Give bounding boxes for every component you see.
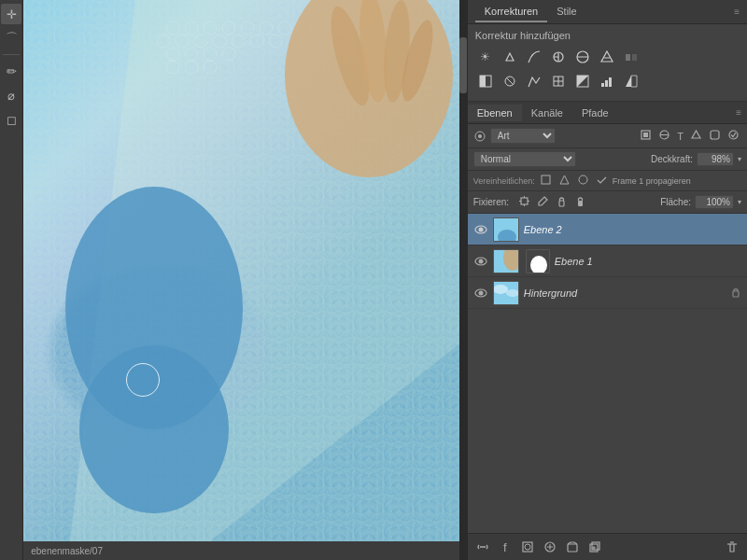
filter-icon-vector[interactable]	[688, 128, 704, 144]
flaeche-dropdown-arrow[interactable]: ▾	[738, 198, 741, 206]
svg-point-73	[478, 259, 483, 263]
korrekturen-tab[interactable]: Korrekturen	[475, 2, 547, 22]
canvas-scrollbar-thumb[interactable]	[459, 37, 467, 93]
brush-tool[interactable]: ⌀	[1, 85, 21, 105]
layer-item[interactable]: Ebene 2	[468, 214, 747, 245]
stile-tab[interactable]: Stile	[547, 2, 585, 22]
filter-select[interactable]: Art Name Effekt	[490, 128, 556, 144]
fixieren-row: Fixieren: Fläche: ▾	[468, 191, 747, 214]
svg-marker-33	[601, 51, 613, 62]
layer-visibility-icon[interactable]	[473, 286, 488, 301]
left-toolbar: ✛ ⌒ ✏ ⌀ ◻	[0, 0, 23, 560]
invert-icon-btn[interactable]	[572, 71, 593, 91]
canvas-image[interactable]	[23, 0, 467, 541]
svg-point-82	[506, 289, 519, 297]
frame-label: Frame 1 propagieren	[613, 176, 691, 186]
link-layers-btn[interactable]	[473, 538, 492, 556]
fixieren-all-icon[interactable]	[554, 194, 570, 210]
vereinheitlichen-icon-3[interactable]	[575, 173, 591, 189]
fixieren-brush-icon[interactable]	[535, 194, 551, 210]
layer-thumbnail	[493, 281, 519, 305]
filter-icon-smart[interactable]	[707, 128, 723, 144]
fixieren-position-icon[interactable]	[516, 194, 532, 210]
flaeche-input[interactable]	[695, 195, 734, 209]
layer-name: Hintergrund	[524, 287, 726, 299]
pfade-tab[interactable]: Pfade	[572, 105, 618, 121]
layer-visibility-icon[interactable]	[473, 254, 488, 269]
layer-mask-thumbnail	[526, 249, 550, 273]
eyedropper-tool[interactable]: ✏	[1, 61, 21, 81]
filter-row: Art Name Effekt T	[468, 124, 747, 148]
levels-icon-btn[interactable]	[500, 47, 520, 67]
svg-rect-89	[592, 542, 599, 550]
bw-icon-btn[interactable]	[475, 71, 496, 91]
right-panel: Korrekturen Stile ≡ Korrektur hinzufügen…	[467, 0, 747, 560]
colorbalance-icon-btn[interactable]	[621, 47, 641, 67]
lasso-tool[interactable]: ⌒	[1, 28, 21, 49]
colorlookup-icon-btn[interactable]	[548, 71, 569, 91]
svg-point-51	[478, 134, 482, 138]
threshold-icon-btn[interactable]	[621, 71, 641, 91]
vereinheitlichen-icon-check[interactable]	[594, 173, 610, 189]
layer-name: Ebene 2	[524, 224, 741, 235]
panel-menu-icon[interactable]: ≡	[734, 7, 740, 17]
fixieren-artboard-icon[interactable]	[572, 194, 588, 210]
canvas-title: ebenenmaske/07	[31, 546, 103, 556]
add-adjustment-btn[interactable]	[541, 538, 559, 556]
posterize-icon-btn[interactable]	[597, 71, 617, 91]
layer-item[interactable]: Ebene 1	[468, 245, 747, 277]
layer-thumbnail	[493, 249, 519, 273]
svg-rect-67	[578, 201, 583, 206]
exposure-icon-btn[interactable]	[548, 47, 569, 67]
svg-marker-30	[506, 53, 514, 61]
add-layer-btn[interactable]	[585, 538, 604, 556]
svg-rect-56	[711, 131, 719, 139]
brightness-icon-btn[interactable]: ☀	[475, 47, 496, 67]
canvas-scrollbar[interactable]	[459, 0, 467, 560]
filter-icon-pixel[interactable]	[638, 128, 654, 144]
blend-mode-select[interactable]: Normal Multiplizieren Luminanz	[473, 151, 576, 167]
photofilter-icon-btn[interactable]	[500, 71, 520, 91]
opacity-input[interactable]	[697, 152, 734, 166]
add-fx-btn[interactable]: f	[496, 538, 514, 556]
svg-rect-47	[609, 77, 612, 87]
huesat-icon-btn[interactable]	[597, 47, 617, 67]
layer-item[interactable]: Hintergrund	[468, 277, 747, 309]
filter-icon-adjustment[interactable]	[656, 128, 672, 144]
delete-layer-btn[interactable]	[723, 538, 741, 556]
svg-rect-38	[480, 76, 486, 87]
vibrance-icon-btn[interactable]	[572, 47, 593, 67]
kanaele-tab[interactable]: Kanäle	[522, 105, 572, 121]
svg-marker-44	[577, 76, 588, 87]
channelmix-icon-btn[interactable]	[524, 71, 544, 91]
svg-point-60	[579, 175, 587, 184]
move-tool[interactable]: ✛	[1, 4, 21, 24]
svg-marker-55	[692, 131, 700, 138]
opacity-dropdown-arrow[interactable]: ▾	[738, 155, 741, 163]
ebenen-panel-menu[interactable]: ≡	[730, 105, 747, 120]
svg-rect-61	[521, 198, 528, 204]
curves-icon-btn[interactable]	[524, 47, 544, 67]
opacity-label: Deckkraft:	[651, 154, 693, 164]
svg-point-79	[478, 290, 483, 295]
layers-list: Ebene 2 E	[468, 214, 747, 533]
vereinheitlichen-label: Vereinheitlichen:	[473, 176, 535, 186]
layer-visibility-icon[interactable]	[473, 222, 488, 237]
create-group-btn[interactable]	[563, 538, 582, 556]
svg-rect-66	[559, 201, 564, 206]
canvas-titlebar: ebenenmaske/07	[23, 541, 467, 560]
korrektur-title: Korrektur hinzufügen	[475, 30, 740, 41]
add-mask-btn[interactable]	[518, 538, 537, 556]
filter-icon	[473, 130, 486, 143]
filter-toggle[interactable]	[726, 128, 741, 144]
vereinheitlichen-icon-2[interactable]	[557, 173, 572, 189]
eraser-tool[interactable]: ◻	[1, 109, 21, 130]
vereinheitlichen-icon-1[interactable]	[538, 173, 554, 189]
ebenen-tab[interactable]: Ebenen	[468, 105, 522, 121]
korrektur-section: Korrektur hinzufügen ☀	[468, 24, 747, 102]
svg-rect-35	[626, 54, 630, 61]
filter-icon-type[interactable]: T	[675, 128, 685, 144]
svg-marker-59	[560, 175, 569, 184]
layer-lock-icon	[730, 287, 741, 300]
blend-row: Normal Multiplizieren Luminanz Deckkraft…	[468, 148, 747, 171]
